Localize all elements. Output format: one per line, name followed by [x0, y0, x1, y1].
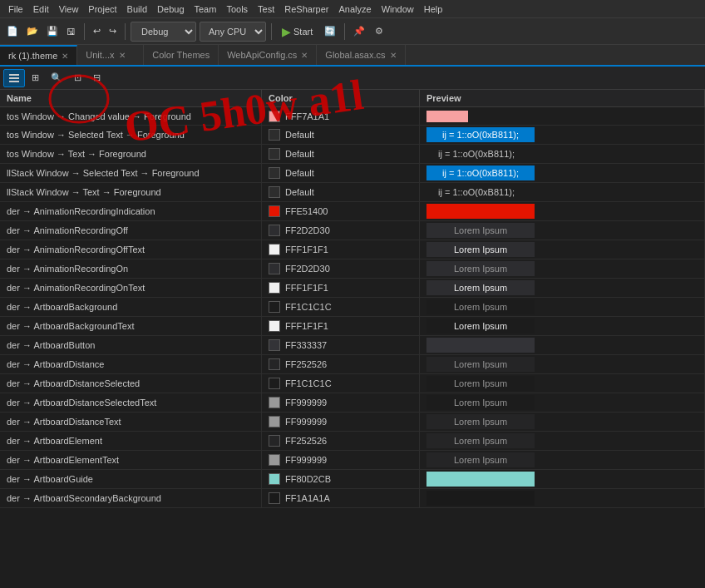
- table-row[interactable]: der → ArtboardDistanceFF252526Lorem Ipsu…: [0, 355, 705, 374]
- save-all-btn[interactable]: 🖫: [63, 22, 79, 42]
- color-cell[interactable]: FF1C1C1C: [262, 374, 420, 393]
- table-row[interactable]: tos Window → Selected Text → ForegroundD…: [0, 126, 705, 145]
- list-view-btn[interactable]: [3, 69, 25, 87]
- tab-global-close[interactable]: ✕: [390, 51, 397, 60]
- table-row[interactable]: der → ArtboardDistanceSelectedFF1C1C1CLo…: [0, 374, 705, 393]
- table-row[interactable]: der → ArtboardBackgroundFF1C1C1CLorem Ip…: [0, 298, 705, 317]
- table-row[interactable]: der → ArtboardButtonFF333337: [0, 336, 705, 355]
- menu-file[interactable]: File: [3, 4, 28, 14]
- color-cell[interactable]: FF252526: [262, 355, 420, 373]
- color-cell[interactable]: FFF1F1F1: [262, 317, 420, 335]
- menu-edit[interactable]: Edit: [28, 4, 54, 14]
- table-row[interactable]: tos Window → Text → ForegroundDefaultij …: [0, 145, 705, 164]
- table-row[interactable]: der → ArtboardBackgroundTextFFF1F1F1Lore…: [0, 317, 705, 336]
- color-hex-value: FFF1F1F1: [285, 245, 328, 254]
- tab-theme[interactable]: rk (1).theme ✕: [0, 45, 77, 65]
- tab-global[interactable]: Global.asax.cs ✕: [317, 45, 405, 65]
- color-swatch: [269, 378, 280, 389]
- table-row[interactable]: der → AnimationRecordingOffTextFFF1F1F1L…: [0, 240, 705, 259]
- table-row[interactable]: der → AnimationRecordingIndicationFFE514…: [0, 202, 705, 221]
- cpu-dropdown[interactable]: Any CPU x86 x64: [200, 22, 266, 42]
- refresh-btn[interactable]: 🔄: [321, 22, 339, 42]
- menu-debug[interactable]: Debug: [152, 4, 189, 14]
- color-cell[interactable]: Default: [262, 183, 420, 201]
- settings-btn[interactable]: ⚙: [372, 22, 387, 42]
- color-swatch: [269, 301, 280, 313]
- menu-project[interactable]: Project: [83, 4, 121, 14]
- table-row[interactable]: der → ArtboardGuideFF80D2CB: [0, 470, 705, 489]
- table-row[interactable]: der → AnimationRecordingOffFF2D2D30Lorem…: [0, 221, 705, 240]
- color-cell[interactable]: FFE51400: [262, 202, 420, 220]
- tab-theme-close[interactable]: ✕: [62, 52, 68, 61]
- color-cell[interactable]: FF999999: [262, 413, 420, 431]
- start-btn[interactable]: ▶ Start: [277, 23, 318, 40]
- menu-analyze[interactable]: Analyze: [333, 4, 376, 14]
- toolbar: 📄 📂 💾 🖫 ↩ ↪ Debug Release Any CPU x86 x6…: [0, 18, 705, 45]
- save-btn[interactable]: 💾: [43, 22, 62, 42]
- table-row[interactable]: llStack Window → Selected Text → Foregro…: [0, 164, 705, 183]
- menu-tools[interactable]: Tools: [221, 4, 253, 14]
- color-hex-value: Default: [285, 168, 314, 178]
- color-cell[interactable]: FF1C1C1C: [262, 298, 420, 316]
- name-cell: der → ArtboardDistanceSelectedText: [0, 393, 262, 412]
- table-row[interactable]: der → AnimationRecordingOnTextFFF1F1F1Lo…: [0, 279, 705, 298]
- tab-unit-close[interactable]: ✕: [119, 51, 126, 60]
- color-column-header: Color: [262, 90, 420, 106]
- tab-unit[interactable]: Unit...x ✕: [77, 45, 144, 65]
- menu-build[interactable]: Build: [122, 4, 152, 14]
- menu-team[interactable]: Team: [190, 4, 222, 14]
- filter-btn[interactable]: ⊞: [27, 69, 44, 87]
- color-cell[interactable]: FF2D2D30: [262, 221, 420, 240]
- debug-config-dropdown[interactable]: Debug Release: [131, 22, 196, 42]
- pin-btn[interactable]: 📌: [350, 22, 368, 42]
- name-cell: der → ArtboardButton: [0, 336, 262, 354]
- color-cell[interactable]: FF2D2D30: [262, 259, 420, 278]
- table-row[interactable]: der → ArtboardElementTextFF999999Lorem I…: [0, 451, 705, 470]
- menu-resharper[interactable]: ReSharper: [279, 4, 333, 14]
- color-cell[interactable]: FF252526: [262, 432, 420, 450]
- preview-cell: Lorem Ipsum: [420, 298, 705, 316]
- color-cell[interactable]: Default: [262, 126, 420, 144]
- tab-webapi[interactable]: WebApiConfig.cs ✕: [219, 45, 317, 65]
- color-cell[interactable]: FF333337: [262, 336, 420, 354]
- table-row[interactable]: der → ArtboardDistanceSelectedTextFF9999…: [0, 393, 705, 413]
- expand-btn[interactable]: ⊡: [69, 69, 86, 87]
- color-cell[interactable]: Default: [262, 145, 420, 163]
- new-file-btn[interactable]: 📄: [3, 22, 22, 42]
- color-cell[interactable]: Default: [262, 164, 420, 182]
- table-row[interactable]: llStack Window → Text → ForegroundDefaul…: [0, 183, 705, 202]
- color-cell[interactable]: FF999999: [262, 393, 420, 412]
- color-cell[interactable]: FF999999: [262, 451, 420, 469]
- preview-cell: [420, 336, 705, 354]
- svg-rect-2: [9, 81, 19, 82]
- undo-btn[interactable]: ↩: [90, 22, 104, 42]
- tab-color-themes[interactable]: Color Themes: [144, 45, 219, 65]
- menu-test[interactable]: Test: [253, 4, 279, 14]
- menu-help[interactable]: Help: [419, 4, 448, 14]
- tab-webapi-close[interactable]: ✕: [301, 51, 308, 60]
- preview-cell: ij = 1::oO(0xB811);: [420, 164, 705, 182]
- color-cell[interactable]: FFF7A1A1: [262, 107, 420, 125]
- color-cell[interactable]: FFF1F1F1: [262, 279, 420, 297]
- collapse-btn[interactable]: ⊟: [88, 69, 106, 87]
- preview-box: Lorem Ipsum: [426, 280, 535, 295]
- table-row[interactable]: der → ArtboardDistanceTextFF999999Lorem …: [0, 413, 705, 432]
- tab-webapi-label: WebApiConfig.cs: [227, 50, 297, 60]
- menu-view[interactable]: View: [54, 4, 84, 14]
- table-row[interactable]: der → AnimationRecordingOnFF2D2D30Lorem …: [0, 259, 705, 279]
- table-row[interactable]: der → ArtboardElementFF252526Lorem Ipsum: [0, 432, 705, 451]
- start-label: Start: [293, 27, 313, 37]
- color-cell[interactable]: FFF1F1F1: [262, 240, 420, 259]
- preview-box: Lorem Ipsum: [426, 357, 535, 372]
- menu-window[interactable]: Window: [377, 4, 419, 14]
- open-btn[interactable]: 📂: [23, 22, 42, 42]
- preview-box: Lorem Ipsum: [426, 261, 535, 276]
- table-row[interactable]: der → ArtboardSecondaryBackgroundFF1A1A1…: [0, 489, 705, 508]
- search-btn[interactable]: 🔍: [46, 69, 67, 87]
- preview-cell: Lorem Ipsum: [420, 413, 705, 431]
- color-cell[interactable]: FF80D2CB: [262, 470, 420, 488]
- table-row[interactable]: tos Window → Changed value → ForegroundF…: [0, 107, 705, 126]
- color-cell[interactable]: FF1A1A1A: [262, 489, 420, 507]
- redo-btn[interactable]: ↪: [106, 22, 120, 42]
- color-hex-value: FF2D2D30: [285, 225, 330, 235]
